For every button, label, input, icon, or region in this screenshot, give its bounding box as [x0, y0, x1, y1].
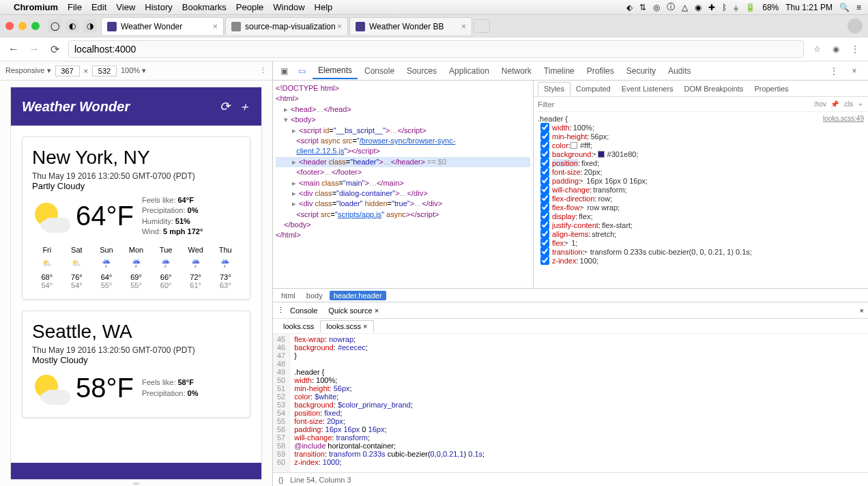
refresh-icon[interactable]: ⟳	[220, 99, 230, 114]
prop-toggle[interactable]	[540, 141, 549, 149]
prop-toggle[interactable]	[540, 229, 549, 238]
menu-history[interactable]: History	[145, 2, 172, 12]
tab-weather-wonder-bb[interactable]: Weather Wonder BB ×	[349, 17, 472, 35]
device-toggle-icon[interactable]: ▭	[295, 64, 308, 78]
cls-toggle[interactable]: .cls	[843, 100, 853, 108]
viewport-width-input[interactable]	[55, 66, 80, 76]
add-icon[interactable]: ＋	[238, 98, 250, 115]
devtools-tab-timeline[interactable]: Timeline	[538, 63, 580, 78]
prop-toggle[interactable]	[540, 149, 549, 158]
back-button[interactable]: ←	[7, 42, 20, 56]
css-property[interactable]: z-index: 1000;	[538, 256, 864, 265]
breadcrumb-body[interactable]: body	[302, 291, 327, 300]
braces-icon[interactable]: {}	[278, 476, 283, 484]
drag-handle-icon[interactable]: ═	[123, 481, 150, 486]
drawer-tab-console[interactable]: Console	[285, 304, 323, 317]
devtools-tab-application[interactable]: Application	[444, 63, 495, 78]
menu-icon[interactable]: ≡	[856, 3, 861, 12]
css-property[interactable]: padding:▸ 16px 16px 0 16px;	[538, 176, 864, 185]
status-icon[interactable]: ⓘ	[667, 1, 675, 13]
css-property[interactable]: flex-flow:▸ row wrap;	[538, 203, 864, 212]
css-property[interactable]: color: #fff;	[538, 141, 864, 149]
prop-toggle[interactable]	[540, 238, 549, 247]
styles-tab-event-listeners[interactable]: Event Listeners	[616, 83, 679, 95]
close-window-button[interactable]	[5, 22, 14, 30]
ext-github-icon[interactable]: ◯	[48, 19, 61, 33]
menu-view[interactable]: View	[116, 2, 135, 12]
prop-toggle[interactable]	[540, 123, 549, 132]
prop-toggle[interactable]	[540, 176, 549, 185]
code-editor[interactable]: 45464748495051525354555657585960 flex-wr…	[273, 334, 868, 472]
app-name[interactable]: Chromium	[14, 2, 58, 12]
styles-tab-properties[interactable]: Properties	[749, 83, 794, 95]
spotlight-icon[interactable]: 🔍	[839, 3, 850, 12]
rule-selector[interactable]: .header {	[538, 115, 864, 123]
prop-toggle[interactable]	[540, 194, 549, 203]
device-more-icon[interactable]: ⋮	[259, 66, 267, 75]
devtools-tab-sources[interactable]: Sources	[401, 63, 442, 78]
status-icon[interactable]: ◎	[653, 3, 660, 12]
prop-toggle[interactable]	[540, 256, 549, 265]
menu-people[interactable]: People	[236, 2, 263, 12]
device-mode-select[interactable]: Responsive ▾	[5, 66, 51, 75]
add-rule-icon[interactable]: ＋	[857, 100, 864, 109]
inspect-icon[interactable]: ▣	[277, 64, 291, 78]
ext-firefox-icon[interactable]: ◐	[66, 19, 79, 33]
css-property[interactable]: will-change: transform;	[538, 185, 864, 194]
drive-icon[interactable]: △	[682, 3, 688, 12]
profile-avatar[interactable]	[848, 18, 863, 33]
close-icon[interactable]: ×	[375, 306, 379, 315]
clock[interactable]: Thu 1:21 PM	[785, 3, 833, 12]
breadcrumb-html[interactable]: html	[277, 291, 300, 300]
drawer-tab-quick-source[interactable]: Quick source ×	[323, 304, 384, 317]
drawer-close-icon[interactable]: ×	[860, 306, 864, 315]
menu-icon[interactable]: ⋮	[849, 43, 861, 55]
hov-toggle[interactable]: :hov	[813, 100, 826, 108]
forward-button[interactable]: →	[27, 42, 41, 56]
url-input[interactable]	[68, 40, 804, 58]
devtools-tab-console[interactable]: Console	[359, 63, 400, 78]
menu-edit[interactable]: Edit	[91, 2, 106, 12]
wifi-icon[interactable]: ⏚	[734, 3, 738, 12]
devtools-tab-security[interactable]: Security	[621, 63, 661, 78]
tab-source-map[interactable]: source-map-visualization ×	[225, 17, 348, 35]
css-property[interactable]: font-size: 20px;	[538, 167, 864, 176]
tab-close-icon[interactable]: ×	[461, 22, 466, 31]
close-icon[interactable]: ×	[363, 322, 367, 330]
chrome-icon[interactable]: ◉	[695, 3, 701, 12]
css-property[interactable]: min-height: 56px;	[538, 132, 864, 141]
tab-close-icon[interactable]: ×	[337, 22, 342, 31]
maximize-window-button[interactable]	[31, 22, 40, 30]
styles-tab-computed[interactable]: Computed	[570, 83, 616, 95]
menu-bookmarks[interactable]: Bookmarks	[182, 2, 227, 12]
puzzle-icon[interactable]: ✚	[708, 3, 715, 12]
css-property[interactable]: background:▸ #301e80;	[538, 149, 864, 158]
source-tab-looks-scss[interactable]: looks.scss ×	[320, 320, 373, 332]
prop-toggle[interactable]	[540, 247, 549, 256]
bluetooth-icon[interactable]: ᛒ	[722, 3, 727, 12]
drawer-menu-icon[interactable]: ⋮	[277, 306, 285, 315]
zoom-select[interactable]: 100% ▾	[121, 66, 146, 75]
menu-help[interactable]: Help	[315, 2, 333, 12]
prop-toggle[interactable]	[540, 185, 549, 194]
styles-tab-dom-breakpoints[interactable]: DOM Breakpoints	[679, 83, 749, 95]
devtools-menu-icon[interactable]: ⋮	[827, 64, 841, 78]
tab-weather-wonder[interactable]: Weather Wonder ×	[101, 17, 224, 35]
devtools-close-icon[interactable]: ×	[848, 64, 861, 78]
tab-close-icon[interactable]: ×	[213, 22, 218, 31]
elements-tree[interactable]: <!DOCTYPE html> <html> ▸<head>…</head> ▾…	[273, 81, 534, 288]
css-property[interactable]: position: fixed;	[538, 158, 864, 167]
devtools-tab-network[interactable]: Network	[496, 63, 537, 78]
source-tab-looks-css[interactable]: looks.css	[277, 320, 320, 332]
css-property[interactable]: align-items: stretch;	[538, 229, 864, 238]
styles-tab-styles[interactable]: Styles	[538, 82, 570, 96]
styles-filter-input[interactable]	[538, 100, 809, 109]
battery-icon[interactable]: 🔋	[745, 3, 755, 12]
new-tab-button[interactable]	[474, 19, 490, 33]
devtools-tab-profiles[interactable]: Profiles	[581, 63, 620, 78]
prop-toggle[interactable]	[540, 158, 549, 167]
devtools-tab-audits[interactable]: Audits	[663, 63, 696, 78]
css-property[interactable]: flex-direction: row;	[538, 194, 864, 203]
prop-toggle[interactable]	[540, 220, 549, 229]
menu-file[interactable]: File	[68, 2, 82, 12]
